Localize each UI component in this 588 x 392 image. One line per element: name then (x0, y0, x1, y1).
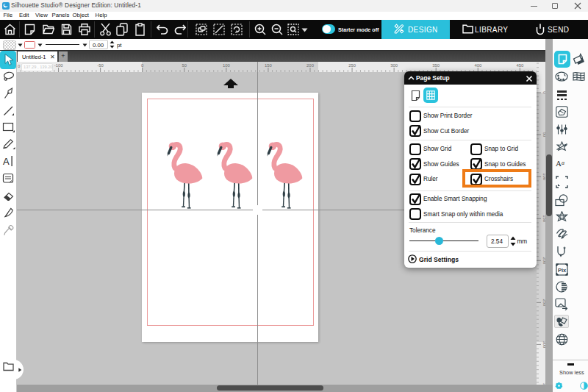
svg-text:A: A (3, 156, 10, 167)
svg-text:Pix: Pix (558, 267, 567, 274)
